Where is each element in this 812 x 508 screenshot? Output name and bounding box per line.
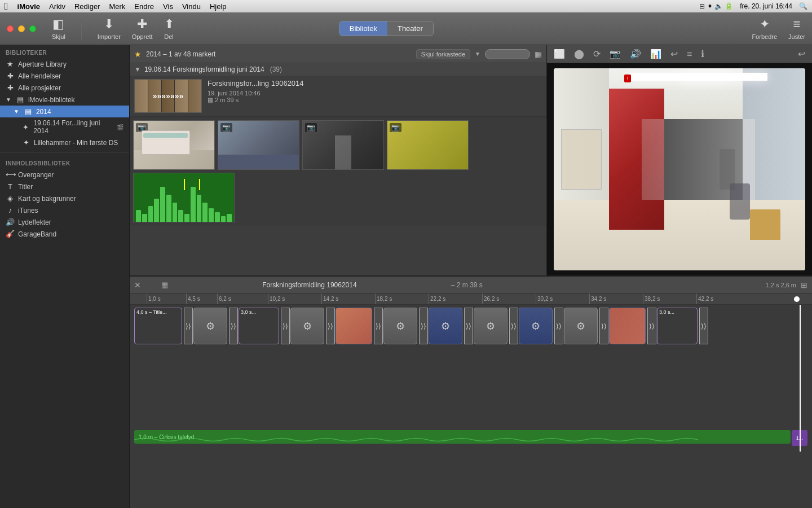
library-tab[interactable]: Bibliotek — [339, 21, 387, 36]
timeline-grid-button[interactable]: ⊞ — [801, 281, 807, 290]
sidebar-item-imovie-bibliotek[interactable]: ▼ ▤ iMovie-bibliotek — [0, 94, 129, 106]
transition-10[interactable]: ⟩⟩ — [599, 308, 608, 344]
timeline-tracks[interactable]: 4,0 s – Title... ⟩⟩ ⚙ ⟩⟩ — [130, 305, 812, 452]
clip-item[interactable]: »»»»»»» Forskningsfor...ling 19062014 19… — [130, 76, 546, 117]
tick-6: 18,2 s — [375, 294, 392, 304]
clip-10[interactable] — [609, 308, 646, 344]
clip-icon-7: ⚙ — [486, 320, 495, 332]
timeline-close-button[interactable]: ✕ — [134, 281, 141, 290]
preview-undo-icon[interactable]: ↩ — [668, 49, 680, 59]
sidebar-item-2014[interactable]: ▼ ▤ 2014 — [0, 106, 129, 117]
preview-flip-icon[interactable]: ⟳ — [591, 49, 603, 59]
create-button[interactable]: ✚ Opprett — [132, 17, 153, 40]
menu-rediger[interactable]: Rediger — [74, 2, 100, 11]
menu-endre[interactable]: Endre — [134, 2, 154, 11]
preview-color-icon[interactable]: ⬤ — [572, 49, 586, 59]
apple-menu[interactable]:  — [5, 1, 8, 12]
transition-11[interactable]: ⟩⟩ — [647, 308, 656, 344]
clip-6[interactable]: ⚙ — [429, 308, 462, 344]
clip-4[interactable] — [336, 308, 372, 344]
menu-vindu[interactable]: Vindu — [182, 2, 201, 11]
expand-2014-icon: ▼ — [14, 108, 19, 115]
transition-2[interactable]: ⟩⟩ — [229, 308, 238, 344]
preview-crop-icon[interactable]: ⬜ — [551, 49, 567, 59]
clip-1[interactable]: ⚙ — [193, 308, 227, 344]
create-icon: ✚ — [137, 17, 147, 32]
menu-vis[interactable]: Vis — [163, 2, 173, 11]
transition-1[interactable]: ⟩⟩ — [184, 308, 193, 344]
preview-list-icon[interactable]: ≡ — [685, 49, 694, 59]
sidebar-item-aperture[interactable]: ★ Aperture Library — [0, 58, 129, 70]
minimize-button[interactable] — [18, 25, 25, 32]
event-icon-2: ✦ — [21, 138, 30, 147]
movie-icon: 🎬 — [117, 124, 123, 130]
clip-11[interactable]: 3,0 s... — [657, 308, 698, 344]
thumbnail-3[interactable]: 📷 — [302, 120, 384, 170]
sidebar-item-itunes[interactable]: ♪ iTunes — [0, 204, 129, 216]
hide-rejected-button[interactable]: Skjul forkastede — [416, 49, 470, 59]
clip-2[interactable]: 3,0 s... — [239, 308, 279, 344]
import-button[interactable]: ⬇ Importer — [98, 17, 121, 40]
sidebar-item-kart[interactable]: ◈ Kart og bakgrunner — [0, 192, 129, 204]
menu-merk[interactable]: Merk — [109, 2, 125, 11]
sidebar-item-titler[interactable]: T Titler — [0, 181, 129, 192]
sidebar-item-lydeffekter[interactable]: 🔊 Lydeffekter — [0, 216, 129, 228]
sidebar-19-juni-label: 19.06.14 For...ling juni 2014 — [33, 119, 113, 135]
sidebar-item-alle-prosjekter[interactable]: ✚ Alle prosjekter — [0, 82, 129, 94]
clip-3[interactable]: ⚙ — [290, 308, 324, 344]
kart-icon: ◈ — [6, 194, 15, 203]
transition-7[interactable]: ⟩⟩ — [464, 308, 473, 344]
clip-7[interactable]: ⚙ — [474, 308, 508, 344]
import-icon: ⬇ — [104, 17, 114, 32]
transition-8[interactable]: ⟩⟩ — [509, 308, 518, 344]
clip-8[interactable]: ⚙ — [519, 308, 553, 344]
preview-back-icon[interactable]: ↩ — [796, 49, 807, 59]
transition-12[interactable]: ⟩⟩ — [699, 308, 708, 344]
transition-4[interactable]: ⟩⟩ — [326, 308, 335, 344]
adjust-button[interactable]: ≡ Juster — [788, 17, 805, 40]
event-list: ▼ 19.06.14 Forskningsformidling juni 201… — [130, 63, 546, 275]
sidebar-item-lillehammer[interactable]: ✦ Lillehammer - Min første DS — [0, 137, 129, 148]
menu-hjelp[interactable]: Hjelp — [210, 2, 227, 11]
close-button[interactable] — [7, 25, 14, 32]
theater-tab[interactable]: Theater — [387, 21, 433, 36]
menu-arkiv[interactable]: Arkiv — [49, 2, 65, 11]
clip-info: Forskningsfor...ling 19062014 19. juni 2… — [208, 79, 542, 113]
clip-9[interactable]: ⚙ — [564, 308, 598, 344]
preview-camera-icon[interactable]: 📷 — [607, 49, 623, 59]
thumbnail-1[interactable]: 📷 — [133, 120, 215, 170]
search-icon-menu[interactable]: 🔍 — [799, 2, 807, 10]
thumbnail-5[interactable] — [133, 173, 235, 222]
clip-11-label: 3,0 s... — [659, 309, 695, 315]
delete-button[interactable]: ⬆ Del — [164, 17, 174, 40]
sidebar-item-alle-hendelser[interactable]: ✚ Alle hendelser — [0, 70, 129, 82]
zoom-button[interactable] — [29, 25, 36, 32]
alle-hendelser-icon: ✚ — [6, 72, 15, 80]
adjust-icon: ≡ — [793, 17, 801, 32]
title-clip[interactable]: 4,0 s – Title... — [134, 308, 182, 344]
preview-volume-icon[interactable]: 🔊 — [628, 49, 643, 59]
transition-6[interactable]: ⟩⟩ — [419, 308, 428, 344]
transition-5[interactable]: ⟩⟩ — [374, 308, 383, 344]
transition-9[interactable]: ⟩⟩ — [554, 308, 563, 344]
event-group-header[interactable]: ▼ 19.06.14 Forskningsformidling juni 201… — [130, 63, 546, 76]
search-input[interactable] — [485, 49, 530, 59]
thumbnail-4[interactable]: 📷 — [387, 120, 469, 170]
clip-icon-9: ⚙ — [576, 320, 585, 332]
sidebar-item-garageband[interactable]: 🎸 GarageBand — [0, 228, 129, 240]
content-area: ★ 2014 – 1 av 48 markert Skjul forkasted… — [130, 45, 812, 508]
chart-marker-1 — [184, 179, 185, 190]
preview-info-icon[interactable]: ℹ — [699, 49, 707, 59]
thumbnail-2[interactable]: 📷 — [218, 120, 299, 170]
clip-5[interactable]: ⚙ — [383, 308, 417, 344]
preview-chart-icon[interactable]: 📊 — [648, 49, 664, 59]
improve-button[interactable]: ✦ Forbedre — [752, 17, 777, 40]
sidebar-item-overganger[interactable]: ⟷ Overganger — [0, 169, 129, 181]
clip-2-label: 3,0 s... — [241, 309, 277, 315]
hide-sidebar-button[interactable]: ◧ Skjul — [52, 17, 65, 40]
garageband-label: GarageBand — [18, 230, 56, 238]
audio-bar[interactable]: 1,0 m – Cirlces talelyd — [134, 430, 791, 444]
sidebar-item-19-juni[interactable]: ✦ 19.06.14 For...ling juni 2014 🎬 — [0, 117, 129, 137]
filmstrip-icon[interactable]: ▦ — [535, 50, 542, 59]
transition-3[interactable]: ⟩⟩ — [281, 308, 290, 344]
